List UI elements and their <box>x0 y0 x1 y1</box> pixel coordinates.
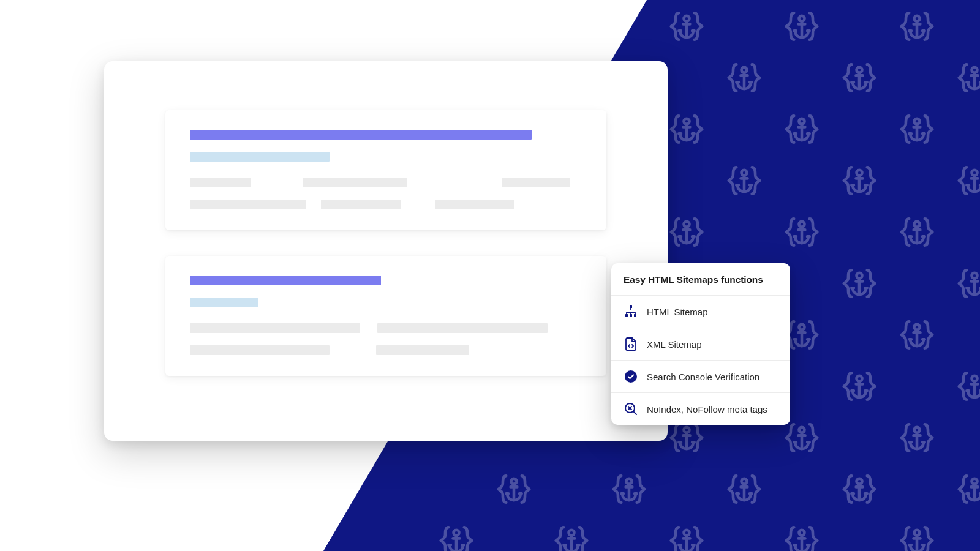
popup-title: Easy HTML Sitemaps functions <box>611 263 790 295</box>
skeleton-line <box>376 345 469 355</box>
popup-item-noindex[interactable]: NoIndex, NoFollow meta tags <box>611 392 790 425</box>
functions-popup: Easy HTML Sitemaps functions HTML Sitema… <box>611 263 790 425</box>
popup-item-label: NoIndex, NoFollow meta tags <box>647 404 767 414</box>
search-result-skeleton-2 <box>165 256 606 376</box>
skeleton-line <box>190 345 330 355</box>
file-code-icon <box>624 337 638 351</box>
sitemap-icon <box>624 304 638 319</box>
skeleton-url-bar <box>190 298 258 307</box>
svg-rect-3 <box>630 314 632 317</box>
svg-rect-1 <box>630 305 632 308</box>
skeleton-line <box>190 323 360 333</box>
preview-card <box>104 61 668 441</box>
popup-item-label: HTML Sitemap <box>647 307 707 317</box>
skeleton-line <box>190 200 306 209</box>
skeleton-line <box>321 200 401 209</box>
skeleton-title-bar <box>190 130 532 140</box>
search-result-skeleton-1 <box>165 110 606 230</box>
search-x-icon <box>624 402 638 416</box>
skeleton-line <box>502 178 570 187</box>
skeleton-line <box>303 178 407 187</box>
popup-item-xml-sitemap[interactable]: XML Sitemap <box>611 328 790 360</box>
skeleton-line <box>377 323 548 333</box>
popup-item-label: Search Console Verification <box>647 372 760 382</box>
svg-line-7 <box>633 411 636 414</box>
skeleton-title-bar <box>190 276 381 285</box>
skeleton-line <box>435 200 514 209</box>
popup-item-label: XML Sitemap <box>647 339 701 350</box>
svg-rect-4 <box>634 314 636 317</box>
popup-item-search-console[interactable]: Search Console Verification <box>611 360 790 392</box>
skeleton-url-bar <box>190 152 330 162</box>
check-circle-icon <box>624 369 638 384</box>
popup-item-html-sitemap[interactable]: HTML Sitemap <box>611 295 790 328</box>
skeleton-line <box>190 178 251 187</box>
svg-rect-2 <box>625 314 628 317</box>
